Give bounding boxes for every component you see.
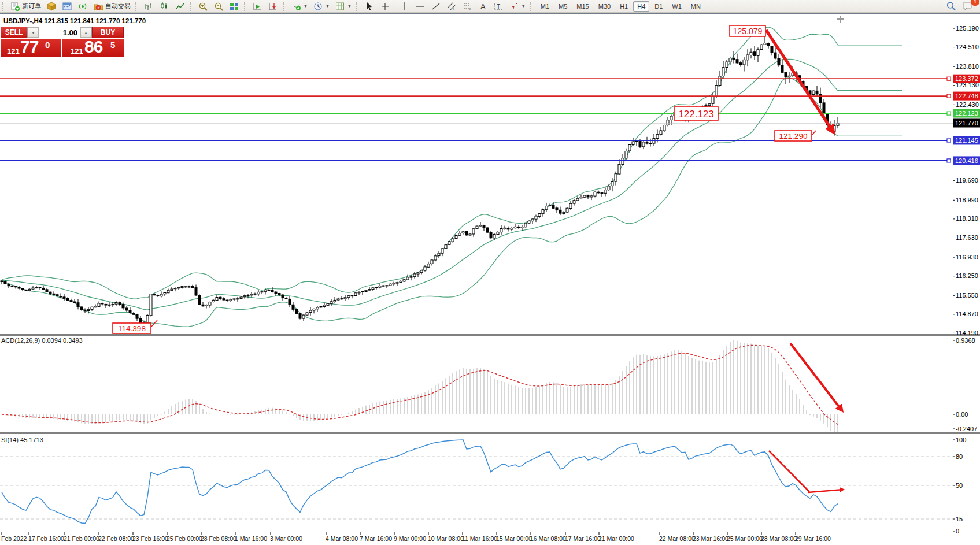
- horizontal-line-button[interactable]: [413, 1, 428, 12]
- buy-price-button[interactable]: 121 86 5: [62, 39, 124, 57]
- auto-scroll-button[interactable]: [250, 1, 265, 12]
- pane-separator[interactable]: [0, 334, 980, 335]
- candle: [115, 302, 117, 304]
- candle: [372, 288, 374, 290]
- buy-price-big: 86: [84, 37, 102, 57]
- level-line-handle[interactable]: [947, 77, 951, 80]
- price-tick-label: 115.550: [956, 292, 978, 299]
- text-label-button[interactable]: T: [491, 1, 506, 12]
- vertical-line-button[interactable]: [398, 1, 412, 12]
- candle: [604, 190, 607, 194]
- toolbar-grip: [2, 2, 5, 11]
- time-tick-label: 21 Mar 00:00: [598, 535, 634, 542]
- terminal-button[interactable]: [60, 1, 75, 12]
- sell-button[interactable]: SELL: [1, 27, 27, 38]
- candle: [448, 242, 450, 245]
- candle: [361, 291, 364, 292]
- candle: [226, 300, 228, 301]
- template-grid-icon: [335, 2, 345, 11]
- candle: [63, 297, 65, 298]
- pane-separator: [0, 335, 980, 335]
- candle: [365, 290, 367, 291]
- search-button[interactable]: [944, 0, 959, 12]
- market-depth-button[interactable]: [45, 1, 59, 12]
- sell-price-pip: 0: [45, 40, 50, 50]
- timeframe-label: W1: [668, 2, 685, 11]
- chart-shift-button[interactable]: [266, 1, 280, 12]
- tf-h4-button[interactable]: H4: [633, 1, 649, 12]
- candle-chart-button[interactable]: [157, 1, 172, 12]
- tf-w1-button[interactable]: W1: [668, 1, 686, 12]
- level-line-handle[interactable]: [947, 139, 951, 142]
- zoom-out-button[interactable]: [212, 1, 226, 12]
- tf-m30-button[interactable]: M30: [594, 1, 615, 12]
- tf-m15-button[interactable]: M15: [572, 1, 593, 12]
- annotation-text: 121.290: [779, 132, 808, 140]
- volume-decrease-button[interactable]: ▼: [28, 27, 39, 38]
- price-axis-line[interactable]: [953, 14, 953, 532]
- arrows-button[interactable]: ▼: [507, 1, 528, 12]
- pane-separator: [0, 433, 980, 434]
- level-line-handle[interactable]: [947, 159, 951, 162]
- candle: [608, 186, 610, 190]
- candle: [268, 290, 270, 290]
- candle: [337, 299, 339, 300]
- candle: [493, 234, 495, 238]
- candle: [42, 288, 45, 290]
- price-tick-label: 114.870: [956, 310, 978, 317]
- new-order-button[interactable]: 新订单: [8, 1, 43, 12]
- arrows-icon: [509, 2, 519, 11]
- buy-button[interactable]: BUY: [92, 27, 124, 38]
- sell-price-button[interactable]: 121 77 0: [1, 39, 61, 57]
- candle: [521, 227, 523, 228]
- cursor-button[interactable]: [363, 1, 377, 12]
- channel-button[interactable]: E: [445, 1, 459, 12]
- templates-button[interactable]: ▼: [333, 1, 354, 12]
- horizontal-line-icon: [416, 2, 426, 11]
- tile-windows-button[interactable]: [227, 1, 242, 12]
- auto-trading-button[interactable]: 自动交易: [91, 1, 133, 12]
- bar-chart-button[interactable]: [142, 1, 156, 12]
- candle: [441, 249, 443, 253]
- signals-button[interactable]: [76, 1, 90, 12]
- sell-price-small: 121: [7, 47, 20, 55]
- time-tick-label: 17 Mar 16:00: [565, 535, 601, 542]
- level-line-handle[interactable]: [947, 94, 951, 98]
- trendline-icon: [431, 2, 441, 11]
- time-axis-line: [0, 532, 980, 532]
- annotation-text: 114.398: [118, 324, 146, 333]
- candle: [77, 303, 79, 307]
- level-price-badge-text: 121.145: [955, 137, 978, 144]
- candle: [514, 227, 516, 228]
- candle: [60, 296, 62, 297]
- line-chart-button[interactable]: [173, 1, 187, 12]
- tf-m1-button[interactable]: M1: [537, 1, 553, 12]
- level-line-handle[interactable]: [947, 112, 951, 115]
- rsi-tick-label: 80: [956, 453, 963, 460]
- crosshair-button[interactable]: [378, 1, 393, 12]
- volume-input[interactable]: [39, 27, 80, 38]
- volume-increase-button[interactable]: ▲: [80, 27, 91, 38]
- candle: [535, 216, 537, 219]
- periods-button[interactable]: ▼: [311, 1, 332, 12]
- zoom-in-button[interactable]: [196, 1, 210, 12]
- trendline-button[interactable]: [429, 1, 443, 12]
- candle: [313, 309, 315, 310]
- indicators-button[interactable]: ▼: [289, 1, 310, 12]
- candle: [542, 210, 544, 214]
- tf-m5-button[interactable]: M5: [554, 1, 571, 12]
- fibonacci-button[interactable]: F: [460, 1, 475, 12]
- tf-h1-button[interactable]: H1: [616, 1, 632, 12]
- time-tick-label: 22 Mar 08:00: [659, 535, 695, 542]
- tf-mn-button[interactable]: MN: [687, 1, 705, 12]
- candle: [1, 281, 3, 282]
- candle: [84, 310, 86, 311]
- tf-d1-button[interactable]: D1: [650, 1, 667, 12]
- buy-price-small: 121: [71, 47, 83, 55]
- notifications-button[interactable]: 1: [960, 0, 976, 12]
- candle: [458, 233, 461, 236]
- pane-separator[interactable]: [0, 432, 980, 433]
- chart-canvas[interactable]: 125.190124.510123.810123.130122.430121.7…: [0, 0, 980, 545]
- text-button[interactable]: A: [476, 1, 490, 12]
- level-price-badge-text: 123.372: [955, 75, 978, 82]
